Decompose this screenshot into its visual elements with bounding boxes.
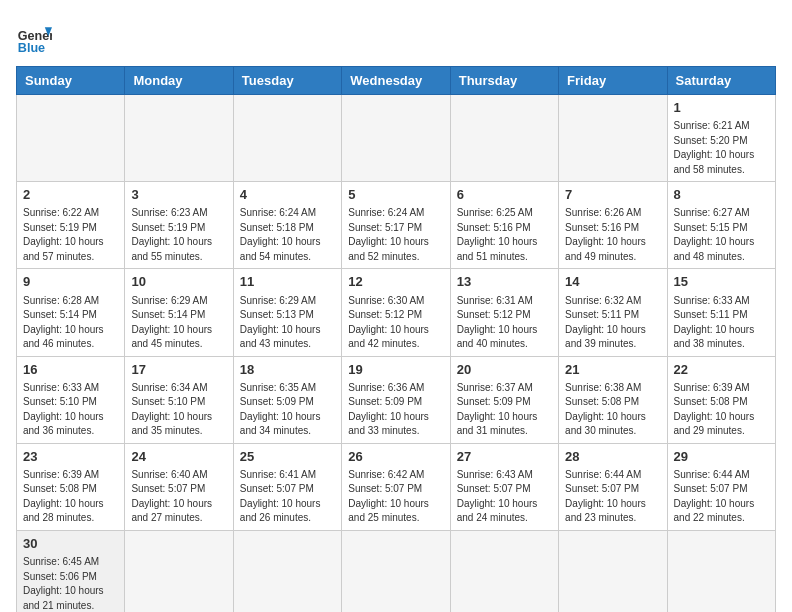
day-info: Sunrise: 6:26 AM Sunset: 5:16 PM Dayligh…	[565, 206, 660, 264]
day-number: 21	[565, 361, 660, 379]
day-number: 6	[457, 186, 552, 204]
week-row-2: 9Sunrise: 6:28 AM Sunset: 5:14 PM Daylig…	[17, 269, 776, 356]
calendar-cell: 30Sunrise: 6:45 AM Sunset: 5:06 PM Dayli…	[17, 530, 125, 612]
day-info: Sunrise: 6:37 AM Sunset: 5:09 PM Dayligh…	[457, 381, 552, 439]
day-info: Sunrise: 6:36 AM Sunset: 5:09 PM Dayligh…	[348, 381, 443, 439]
calendar-cell: 26Sunrise: 6:42 AM Sunset: 5:07 PM Dayli…	[342, 443, 450, 530]
day-number: 2	[23, 186, 118, 204]
day-info: Sunrise: 6:24 AM Sunset: 5:17 PM Dayligh…	[348, 206, 443, 264]
day-info: Sunrise: 6:28 AM Sunset: 5:14 PM Dayligh…	[23, 294, 118, 352]
day-info: Sunrise: 6:43 AM Sunset: 5:07 PM Dayligh…	[457, 468, 552, 526]
day-info: Sunrise: 6:41 AM Sunset: 5:07 PM Dayligh…	[240, 468, 335, 526]
week-row-4: 23Sunrise: 6:39 AM Sunset: 5:08 PM Dayli…	[17, 443, 776, 530]
day-info: Sunrise: 6:31 AM Sunset: 5:12 PM Dayligh…	[457, 294, 552, 352]
weekday-header-friday: Friday	[559, 67, 667, 95]
calendar-cell	[559, 95, 667, 182]
day-info: Sunrise: 6:30 AM Sunset: 5:12 PM Dayligh…	[348, 294, 443, 352]
day-number: 5	[348, 186, 443, 204]
weekday-header-monday: Monday	[125, 67, 233, 95]
day-number: 23	[23, 448, 118, 466]
calendar-cell: 18Sunrise: 6:35 AM Sunset: 5:09 PM Dayli…	[233, 356, 341, 443]
day-number: 28	[565, 448, 660, 466]
calendar-cell: 8Sunrise: 6:27 AM Sunset: 5:15 PM Daylig…	[667, 182, 775, 269]
day-info: Sunrise: 6:22 AM Sunset: 5:19 PM Dayligh…	[23, 206, 118, 264]
day-number: 10	[131, 273, 226, 291]
day-info: Sunrise: 6:34 AM Sunset: 5:10 PM Dayligh…	[131, 381, 226, 439]
calendar-cell: 14Sunrise: 6:32 AM Sunset: 5:11 PM Dayli…	[559, 269, 667, 356]
calendar-cell	[17, 95, 125, 182]
calendar-cell: 4Sunrise: 6:24 AM Sunset: 5:18 PM Daylig…	[233, 182, 341, 269]
day-number: 26	[348, 448, 443, 466]
calendar-cell	[450, 530, 558, 612]
calendar-cell: 16Sunrise: 6:33 AM Sunset: 5:10 PM Dayli…	[17, 356, 125, 443]
day-number: 13	[457, 273, 552, 291]
calendar-cell: 25Sunrise: 6:41 AM Sunset: 5:07 PM Dayli…	[233, 443, 341, 530]
day-info: Sunrise: 6:24 AM Sunset: 5:18 PM Dayligh…	[240, 206, 335, 264]
day-info: Sunrise: 6:42 AM Sunset: 5:07 PM Dayligh…	[348, 468, 443, 526]
svg-text:Blue: Blue	[18, 41, 45, 55]
weekday-header-tuesday: Tuesday	[233, 67, 341, 95]
calendar-cell	[667, 530, 775, 612]
weekday-header-row: SundayMondayTuesdayWednesdayThursdayFrid…	[17, 67, 776, 95]
day-number: 4	[240, 186, 335, 204]
calendar-cell: 20Sunrise: 6:37 AM Sunset: 5:09 PM Dayli…	[450, 356, 558, 443]
week-row-3: 16Sunrise: 6:33 AM Sunset: 5:10 PM Dayli…	[17, 356, 776, 443]
day-info: Sunrise: 6:23 AM Sunset: 5:19 PM Dayligh…	[131, 206, 226, 264]
header: General Blue	[16, 16, 776, 56]
logo: General Blue	[16, 20, 56, 56]
day-number: 27	[457, 448, 552, 466]
day-info: Sunrise: 6:39 AM Sunset: 5:08 PM Dayligh…	[674, 381, 769, 439]
calendar-cell: 29Sunrise: 6:44 AM Sunset: 5:07 PM Dayli…	[667, 443, 775, 530]
day-info: Sunrise: 6:29 AM Sunset: 5:13 PM Dayligh…	[240, 294, 335, 352]
day-info: Sunrise: 6:38 AM Sunset: 5:08 PM Dayligh…	[565, 381, 660, 439]
weekday-header-thursday: Thursday	[450, 67, 558, 95]
weekday-header-wednesday: Wednesday	[342, 67, 450, 95]
day-info: Sunrise: 6:35 AM Sunset: 5:09 PM Dayligh…	[240, 381, 335, 439]
day-info: Sunrise: 6:33 AM Sunset: 5:10 PM Dayligh…	[23, 381, 118, 439]
day-number: 11	[240, 273, 335, 291]
week-row-5: 30Sunrise: 6:45 AM Sunset: 5:06 PM Dayli…	[17, 530, 776, 612]
calendar-cell	[342, 95, 450, 182]
calendar-cell	[125, 530, 233, 612]
day-number: 1	[674, 99, 769, 117]
day-info: Sunrise: 6:44 AM Sunset: 5:07 PM Dayligh…	[674, 468, 769, 526]
calendar-cell	[559, 530, 667, 612]
day-number: 15	[674, 273, 769, 291]
calendar-cell: 7Sunrise: 6:26 AM Sunset: 5:16 PM Daylig…	[559, 182, 667, 269]
calendar-table: SundayMondayTuesdayWednesdayThursdayFrid…	[16, 66, 776, 612]
day-info: Sunrise: 6:29 AM Sunset: 5:14 PM Dayligh…	[131, 294, 226, 352]
day-number: 17	[131, 361, 226, 379]
weekday-header-saturday: Saturday	[667, 67, 775, 95]
day-info: Sunrise: 6:45 AM Sunset: 5:06 PM Dayligh…	[23, 555, 118, 612]
day-number: 12	[348, 273, 443, 291]
calendar-cell	[233, 95, 341, 182]
calendar-cell: 21Sunrise: 6:38 AM Sunset: 5:08 PM Dayli…	[559, 356, 667, 443]
calendar-cell: 23Sunrise: 6:39 AM Sunset: 5:08 PM Dayli…	[17, 443, 125, 530]
day-number: 16	[23, 361, 118, 379]
calendar-cell: 22Sunrise: 6:39 AM Sunset: 5:08 PM Dayli…	[667, 356, 775, 443]
calendar-cell	[342, 530, 450, 612]
calendar-cell	[125, 95, 233, 182]
calendar-cell: 11Sunrise: 6:29 AM Sunset: 5:13 PM Dayli…	[233, 269, 341, 356]
calendar-cell: 2Sunrise: 6:22 AM Sunset: 5:19 PM Daylig…	[17, 182, 125, 269]
day-number: 30	[23, 535, 118, 553]
day-info: Sunrise: 6:44 AM Sunset: 5:07 PM Dayligh…	[565, 468, 660, 526]
day-info: Sunrise: 6:33 AM Sunset: 5:11 PM Dayligh…	[674, 294, 769, 352]
day-info: Sunrise: 6:25 AM Sunset: 5:16 PM Dayligh…	[457, 206, 552, 264]
day-number: 18	[240, 361, 335, 379]
calendar-cell: 17Sunrise: 6:34 AM Sunset: 5:10 PM Dayli…	[125, 356, 233, 443]
calendar-cell: 13Sunrise: 6:31 AM Sunset: 5:12 PM Dayli…	[450, 269, 558, 356]
calendar-cell: 9Sunrise: 6:28 AM Sunset: 5:14 PM Daylig…	[17, 269, 125, 356]
day-info: Sunrise: 6:27 AM Sunset: 5:15 PM Dayligh…	[674, 206, 769, 264]
day-number: 24	[131, 448, 226, 466]
calendar-cell: 5Sunrise: 6:24 AM Sunset: 5:17 PM Daylig…	[342, 182, 450, 269]
calendar-cell	[233, 530, 341, 612]
calendar-cell: 1Sunrise: 6:21 AM Sunset: 5:20 PM Daylig…	[667, 95, 775, 182]
calendar-cell: 28Sunrise: 6:44 AM Sunset: 5:07 PM Dayli…	[559, 443, 667, 530]
day-number: 8	[674, 186, 769, 204]
day-info: Sunrise: 6:21 AM Sunset: 5:20 PM Dayligh…	[674, 119, 769, 177]
calendar-cell: 10Sunrise: 6:29 AM Sunset: 5:14 PM Dayli…	[125, 269, 233, 356]
calendar-cell: 24Sunrise: 6:40 AM Sunset: 5:07 PM Dayli…	[125, 443, 233, 530]
day-number: 20	[457, 361, 552, 379]
day-number: 9	[23, 273, 118, 291]
